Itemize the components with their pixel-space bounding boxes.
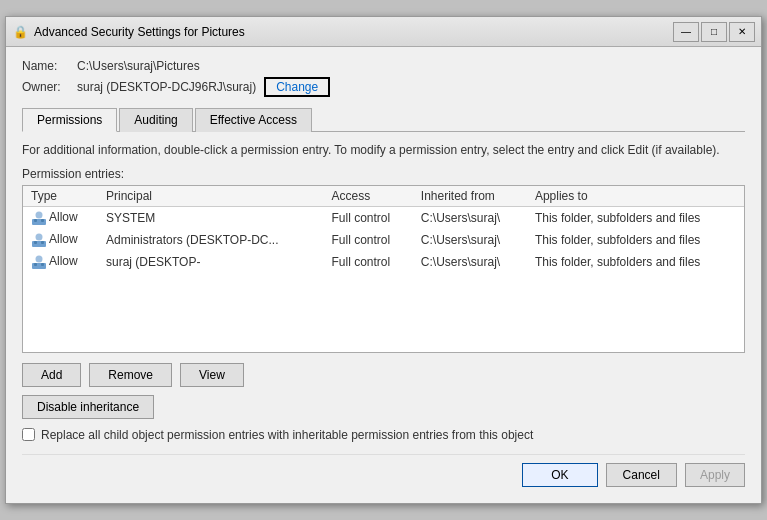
name-row: Name: C:\Users\suraj\Pictures <box>22 59 745 73</box>
title-controls: — □ ✕ <box>673 22 755 42</box>
svg-rect-7 <box>41 241 44 244</box>
col-access: Access <box>323 186 412 207</box>
bottom-buttons-row: OK Cancel Apply <box>22 454 745 491</box>
tab-effective-access[interactable]: Effective Access <box>195 108 312 132</box>
tabs-container: Permissions Auditing Effective Access <box>22 107 745 132</box>
replace-checkbox[interactable] <box>22 428 35 441</box>
maximize-button[interactable]: □ <box>701 22 727 42</box>
owner-row: Owner: suraj (DESKTOP-DCJ96RJ\suraj) Cha… <box>22 77 745 97</box>
remove-button[interactable]: Remove <box>89 363 172 387</box>
permissions-table-container[interactable]: Type Principal Access Inherited from App… <box>22 185 745 353</box>
minimize-button[interactable]: — <box>673 22 699 42</box>
owner-label: Owner: <box>22 80 77 94</box>
close-button[interactable]: ✕ <box>729 22 755 42</box>
view-button[interactable]: View <box>180 363 244 387</box>
name-value: C:\Users\suraj\Pictures <box>77 59 200 73</box>
replace-checkbox-row: Replace all child object permission entr… <box>22 427 745 444</box>
disable-inheritance-button[interactable]: Disable inheritance <box>22 395 154 419</box>
cancel-button[interactable]: Cancel <box>606 463 677 487</box>
table-row[interactable]: Allowsuraj (DESKTOP-Full controlC:\Users… <box>23 251 744 273</box>
svg-rect-2 <box>34 219 37 222</box>
change-button[interactable]: Change <box>264 77 330 97</box>
main-window: 🔒 Advanced Security Settings for Picture… <box>5 16 762 504</box>
tab-permissions[interactable]: Permissions <box>22 108 117 132</box>
svg-rect-6 <box>34 241 37 244</box>
svg-rect-11 <box>41 263 44 266</box>
owner-value: suraj (DESKTOP-DCJ96RJ\suraj) <box>77 80 256 94</box>
ok-button[interactable]: OK <box>522 463 597 487</box>
svg-rect-3 <box>41 219 44 222</box>
col-principal: Principal <box>98 186 324 207</box>
permissions-table: Type Principal Access Inherited from App… <box>23 186 744 273</box>
apply-button[interactable]: Apply <box>685 463 745 487</box>
table-row[interactable]: AllowSYSTEMFull controlC:\Users\suraj\Th… <box>23 207 744 230</box>
title-bar: 🔒 Advanced Security Settings for Picture… <box>6 17 761 47</box>
window-title: Advanced Security Settings for Pictures <box>34 25 673 39</box>
table-header-row: Type Principal Access Inherited from App… <box>23 186 744 207</box>
description-text: For additional information, double-click… <box>22 142 745 159</box>
action-buttons-row: Add Remove View <box>22 363 745 387</box>
window-icon: 🔒 <box>12 24 28 40</box>
section-label: Permission entries: <box>22 167 745 181</box>
svg-rect-10 <box>34 263 37 266</box>
add-button[interactable]: Add <box>22 363 81 387</box>
col-applies: Applies to <box>527 186 744 207</box>
content-area: Name: C:\Users\suraj\Pictures Owner: sur… <box>6 47 761 503</box>
svg-point-1 <box>36 212 43 219</box>
col-inherited: Inherited from <box>413 186 527 207</box>
svg-point-5 <box>36 234 43 241</box>
name-label: Name: <box>22 59 77 73</box>
svg-point-9 <box>36 256 43 263</box>
tab-auditing[interactable]: Auditing <box>119 108 192 132</box>
replace-checkbox-label: Replace all child object permission entr… <box>41 427 533 444</box>
table-row[interactable]: AllowAdministrators (DESKTOP-DC...Full c… <box>23 229 744 251</box>
col-type: Type <box>23 186 98 207</box>
